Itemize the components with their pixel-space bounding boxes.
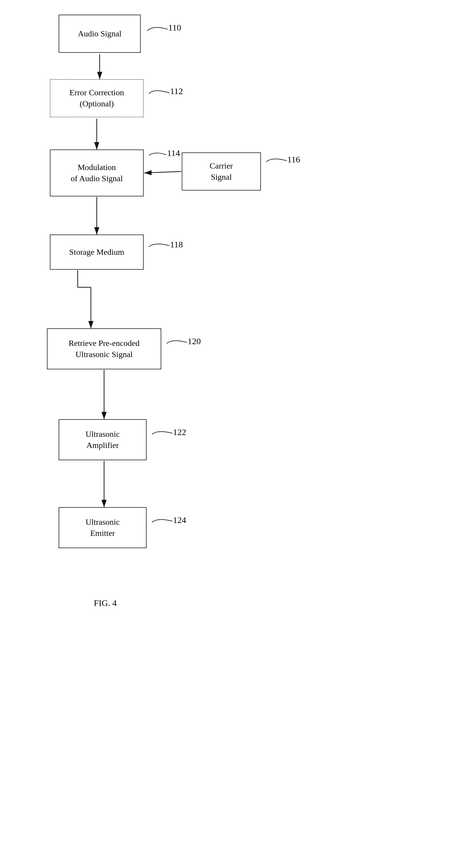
svg-line-3 xyxy=(144,172,181,173)
modulation-label: Modulationof Audio Signal xyxy=(71,162,123,184)
svg-text:124: 124 xyxy=(173,515,186,525)
svg-text:110: 110 xyxy=(168,23,181,32)
ultrasonic-emitter-box: UltrasonicEmitter xyxy=(59,507,147,548)
ref-110: 110 xyxy=(144,24,179,40)
ref-122: 122 xyxy=(149,428,184,445)
error-correction-label: Error Correction(Optional) xyxy=(69,87,124,110)
ultrasonic-amplifier-box: UltrasonicAmplifier xyxy=(59,419,147,460)
ref-120: 120 xyxy=(163,337,199,354)
svg-text:112: 112 xyxy=(170,86,183,96)
svg-text:116: 116 xyxy=(287,154,300,164)
carrier-signal-box: CarrierSignal xyxy=(182,152,261,190)
storage-medium-label: Storage Medium xyxy=(69,247,124,258)
ultrasonic-amplifier-label: UltrasonicAmplifier xyxy=(86,429,120,451)
storage-medium-box: Storage Medium xyxy=(50,235,144,270)
ref-116: 116 xyxy=(263,155,299,172)
modulation-box: Modulationof Audio Signal xyxy=(50,150,144,196)
carrier-signal-label: CarrierSignal xyxy=(210,160,233,183)
svg-text:120: 120 xyxy=(188,336,201,346)
svg-text:114: 114 xyxy=(167,148,180,158)
ref-112: 112 xyxy=(146,87,184,103)
svg-text:122: 122 xyxy=(173,427,186,437)
retrieve-box: Retrieve Pre-encodedUltrasonic Signal xyxy=(47,328,161,369)
figure-label: FIG. 4 xyxy=(94,598,117,608)
ref-118: 118 xyxy=(146,240,181,257)
ref-114: 114 xyxy=(146,150,178,166)
retrieve-label: Retrieve Pre-encodedUltrasonic Signal xyxy=(69,338,140,360)
diagram: Audio Signal 110 Error Correction(Option… xyxy=(0,0,462,868)
error-correction-box: Error Correction(Optional) xyxy=(50,79,144,117)
audio-signal-label: Audio Signal xyxy=(78,28,122,39)
svg-text:118: 118 xyxy=(170,240,183,249)
ref-124: 124 xyxy=(149,516,184,533)
ultrasonic-emitter-label: UltrasonicEmitter xyxy=(86,517,120,539)
audio-signal-box: Audio Signal xyxy=(59,14,141,53)
